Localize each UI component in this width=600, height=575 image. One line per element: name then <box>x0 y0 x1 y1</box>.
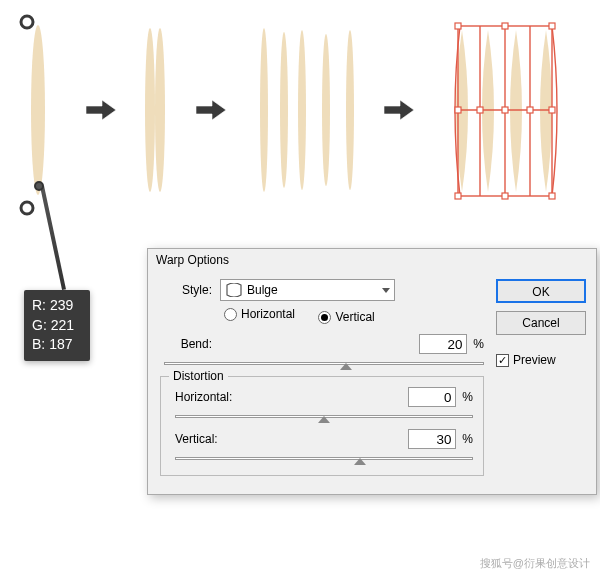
radio-horizontal[interactable]: Horizontal <box>224 307 295 321</box>
radio-vertical-label: Vertical <box>335 310 374 324</box>
dist-h-label: Horizontal: <box>171 390 241 404</box>
dist-h-slider[interactable] <box>175 411 473 421</box>
b-label: B: <box>32 336 45 352</box>
bend-slider[interactable] <box>164 358 484 368</box>
bulge-icon <box>225 281 243 299</box>
svg-rect-23 <box>477 107 483 113</box>
r-value: 239 <box>50 297 73 313</box>
svg-rect-15 <box>455 23 461 29</box>
percent-label: % <box>462 432 473 446</box>
percent-label: % <box>462 390 473 404</box>
svg-rect-20 <box>455 193 461 199</box>
warp-options-dialog: Warp Options Style: Bulge Horizontal <box>147 248 597 495</box>
dist-v-label: Vertical: <box>171 432 241 446</box>
svg-point-9 <box>346 30 354 190</box>
svg-rect-22 <box>549 193 555 199</box>
bend-input[interactable] <box>419 334 467 354</box>
svg-rect-16 <box>502 23 508 29</box>
check-icon: ✓ <box>496 354 509 367</box>
svg-rect-24 <box>502 107 508 113</box>
distortion-legend: Distortion <box>169 369 228 383</box>
dist-h-input[interactable] <box>408 387 456 407</box>
radio-horizontal-label: Horizontal <box>241 307 295 321</box>
svg-point-2 <box>21 202 33 214</box>
percent-label: % <box>473 337 484 351</box>
watermark: 搜狐号@衍果创意设计 <box>480 556 590 571</box>
style-select[interactable]: Bulge <box>220 279 395 301</box>
radio-vertical[interactable]: Vertical <box>318 310 374 324</box>
g-label: G: <box>32 317 47 333</box>
svg-point-1 <box>21 16 33 28</box>
b-value: 187 <box>49 336 72 352</box>
distortion-fieldset: Distortion Horizontal: % <box>160 376 484 476</box>
dialog-title: Warp Options <box>148 249 596 271</box>
style-value: Bulge <box>247 283 278 297</box>
svg-rect-17 <box>549 23 555 29</box>
tutorial-illustration <box>0 0 600 240</box>
svg-rect-25 <box>527 107 533 113</box>
dist-v-slider[interactable] <box>175 453 473 463</box>
chevron-down-icon <box>382 288 390 293</box>
bend-label: Bend: <box>160 337 220 351</box>
g-value: 221 <box>51 317 74 333</box>
dist-v-input[interactable] <box>408 429 456 449</box>
svg-point-3 <box>145 28 155 192</box>
r-label: R: <box>32 297 46 313</box>
preview-label: Preview <box>513 353 556 367</box>
svg-point-5 <box>260 28 268 192</box>
style-label: Style: <box>160 283 220 297</box>
color-tooltip: R: 239 G: 221 B: 187 <box>24 290 90 361</box>
svg-point-4 <box>155 28 165 192</box>
ok-button[interactable]: OK <box>496 279 586 303</box>
svg-point-8 <box>322 34 330 186</box>
svg-rect-19 <box>549 107 555 113</box>
svg-point-7 <box>298 30 306 190</box>
cancel-button[interactable]: Cancel <box>496 311 586 335</box>
svg-point-0 <box>31 25 45 195</box>
svg-rect-21 <box>502 193 508 199</box>
svg-point-6 <box>280 32 288 188</box>
color-probe-dot <box>34 181 44 191</box>
preview-checkbox[interactable]: ✓ Preview <box>496 353 584 367</box>
svg-rect-18 <box>455 107 461 113</box>
